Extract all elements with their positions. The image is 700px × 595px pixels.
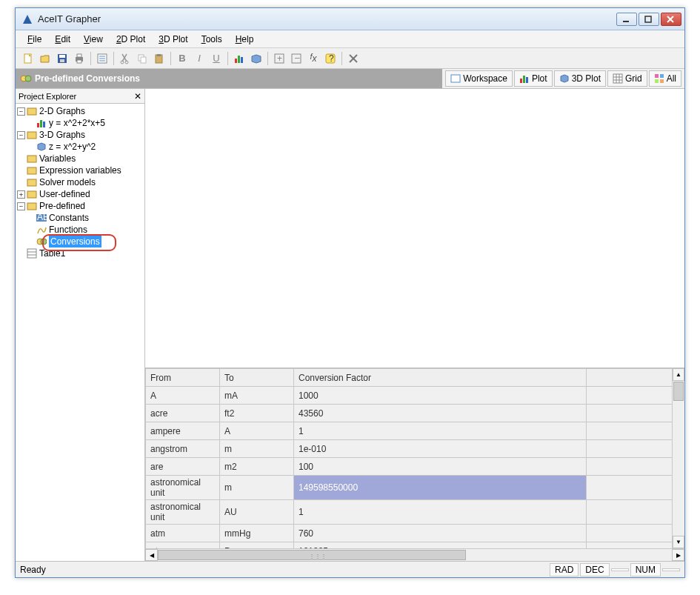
tab-workspace[interactable]: Workspace bbox=[445, 70, 513, 87]
close-button[interactable] bbox=[661, 13, 681, 26]
menu-2dplot[interactable]: 2D Plot bbox=[110, 33, 151, 46]
tree-functions[interactable]: Functions bbox=[16, 224, 144, 236]
print-button[interactable] bbox=[71, 50, 87, 67]
table-row[interactable]: atmmmHg760 bbox=[146, 525, 684, 542]
cell-from[interactable]: astronomical unit bbox=[146, 476, 220, 500]
cell-blank[interactable] bbox=[587, 422, 684, 440]
hscroll-thumb[interactable]: ⋮⋮⋮ bbox=[158, 550, 466, 560]
vscroll-thumb[interactable] bbox=[673, 382, 684, 401]
tab-all[interactable]: All bbox=[649, 70, 681, 87]
cell-from[interactable]: atm bbox=[146, 525, 220, 542]
cell-from[interactable]: angstrom bbox=[146, 440, 220, 458]
tree-eq-2d[interactable]: y = x^2+2*x+5 bbox=[16, 117, 144, 129]
cell-factor[interactable]: 101325 bbox=[294, 542, 587, 549]
cell-factor[interactable]: 43560 bbox=[294, 405, 587, 422]
menu-tools[interactable]: Tools bbox=[196, 33, 228, 46]
cell-factor[interactable]: 100 bbox=[294, 458, 587, 476]
fx-button[interactable]: fx bbox=[305, 50, 321, 67]
col-factor[interactable]: Conversion Factor bbox=[294, 369, 587, 387]
scroll-left-button[interactable]: ◀ bbox=[145, 549, 158, 561]
col-from[interactable]: From bbox=[146, 369, 220, 387]
tree-2d-graphs[interactable]: −2-D Graphs bbox=[16, 105, 144, 117]
cell-from[interactable]: ampere bbox=[146, 422, 220, 440]
table-row[interactable]: astronomical unitAU1 bbox=[146, 500, 684, 525]
copy-button[interactable] bbox=[134, 50, 150, 67]
cell-from[interactable]: are bbox=[146, 458, 220, 476]
menu-view[interactable]: View bbox=[78, 33, 109, 46]
cell-from[interactable]: acre bbox=[146, 405, 220, 422]
col-to[interactable]: To bbox=[220, 369, 294, 387]
paste-button[interactable] bbox=[151, 50, 167, 67]
cell-blank[interactable] bbox=[587, 458, 684, 476]
tree-expr-variables[interactable]: Expression variables bbox=[16, 164, 144, 176]
menu-help[interactable]: Help bbox=[230, 33, 260, 46]
cell-factor[interactable]: 1e-010 bbox=[294, 440, 587, 458]
cell-factor[interactable]: 1 bbox=[294, 422, 587, 440]
cell-factor[interactable]: 149598550000 bbox=[294, 476, 587, 500]
maximize-button[interactable] bbox=[639, 13, 659, 26]
cell-blank[interactable] bbox=[587, 525, 684, 542]
cell-blank[interactable] bbox=[587, 440, 684, 458]
chart-button[interactable] bbox=[231, 50, 247, 67]
cell-to[interactable]: ft2 bbox=[220, 405, 294, 422]
new-button[interactable] bbox=[20, 50, 36, 67]
cell-to[interactable]: m bbox=[220, 476, 294, 500]
table-row[interactable]: acreft243560 bbox=[146, 405, 684, 422]
table-vscroll[interactable]: ▲ ▼ bbox=[672, 368, 684, 548]
conversions-table[interactable]: From To Conversion Factor AmA1000acreft2… bbox=[145, 368, 684, 548]
menu-edit[interactable]: Edit bbox=[49, 33, 76, 46]
cell-blank[interactable] bbox=[587, 542, 684, 549]
tree-3d-graphs[interactable]: −3-D Graphs bbox=[16, 129, 144, 141]
zoom-in-button[interactable]: + bbox=[271, 50, 287, 67]
tree-solver-models[interactable]: Solver models bbox=[16, 176, 144, 188]
tree-table1[interactable]: Table1 bbox=[16, 247, 144, 259]
delete-button[interactable] bbox=[345, 50, 361, 67]
explorer-close-button[interactable]: ✕ bbox=[134, 91, 141, 102]
table-row[interactable]: atmPa101325 bbox=[146, 542, 684, 549]
menu-3dplot[interactable]: 3D Plot bbox=[153, 33, 193, 46]
bold-button[interactable]: B bbox=[174, 50, 190, 67]
underline-button[interactable]: U bbox=[208, 50, 224, 67]
table-row[interactable]: ampereA1 bbox=[146, 422, 684, 440]
save-button[interactable] bbox=[54, 50, 70, 67]
cell-to[interactable]: Pa bbox=[220, 542, 294, 549]
cell-factor[interactable]: 1000 bbox=[294, 387, 587, 405]
tree-variables[interactable]: Variables bbox=[16, 153, 144, 164]
scroll-up-button[interactable]: ▲ bbox=[673, 368, 684, 381]
cell-blank[interactable] bbox=[587, 476, 684, 500]
cell-blank[interactable] bbox=[587, 500, 684, 525]
cell-to[interactable]: AU bbox=[220, 500, 294, 525]
tree-user-defined[interactable]: +User-defined bbox=[16, 188, 144, 200]
cell-from[interactable]: A bbox=[146, 387, 220, 405]
table-row[interactable]: astronomical unitm149598550000 bbox=[146, 476, 684, 500]
cell-to[interactable]: mmHg bbox=[220, 525, 294, 542]
table-row[interactable]: arem2100 bbox=[146, 458, 684, 476]
tree-constants[interactable]: ABCConstants bbox=[16, 212, 144, 224]
cell-to[interactable]: m2 bbox=[220, 458, 294, 476]
cell-factor[interactable]: 1 bbox=[294, 500, 587, 525]
cell-blank[interactable] bbox=[587, 405, 684, 422]
table-row[interactable]: AmA1000 bbox=[146, 387, 684, 405]
explorer-tree[interactable]: −2-D Graphs y = x^2+2*x+5 −3-D Graphs z … bbox=[16, 104, 144, 561]
zoom-out-button[interactable]: – bbox=[288, 50, 304, 67]
scroll-right-button[interactable]: ▶ bbox=[672, 549, 684, 561]
tree-pre-defined[interactable]: −Pre-defined bbox=[16, 200, 144, 212]
properties-button[interactable] bbox=[94, 50, 110, 67]
cell-to[interactable]: mA bbox=[220, 387, 294, 405]
open-button[interactable] bbox=[37, 50, 53, 67]
help-button[interactable]: ? bbox=[322, 50, 339, 67]
cell-to[interactable]: m bbox=[220, 440, 294, 458]
italic-button[interactable]: I bbox=[191, 50, 207, 67]
tab-plot[interactable]: Plot bbox=[514, 70, 553, 87]
canvas-area[interactable] bbox=[145, 89, 684, 368]
cut-button[interactable] bbox=[117, 50, 133, 67]
3dchart-button[interactable] bbox=[248, 50, 264, 67]
cell-from[interactable]: atm bbox=[146, 542, 220, 549]
col-blank[interactable] bbox=[587, 369, 684, 387]
cell-blank[interactable] bbox=[587, 387, 684, 405]
menu-file[interactable]: File bbox=[21, 33, 47, 46]
table-row[interactable]: angstromm1e-010 bbox=[146, 440, 684, 458]
minimize-button[interactable] bbox=[616, 13, 637, 26]
cell-factor[interactable]: 760 bbox=[294, 525, 587, 542]
tab-grid[interactable]: Grid bbox=[607, 70, 647, 87]
